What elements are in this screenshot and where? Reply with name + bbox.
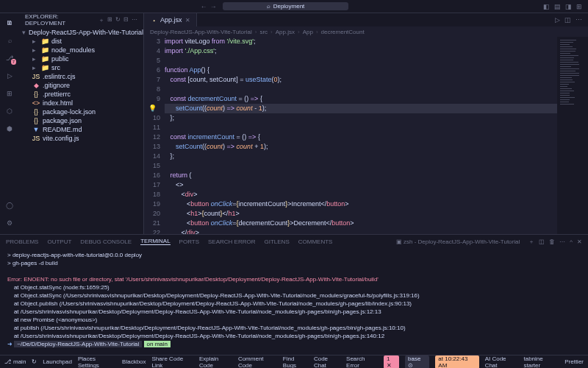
sb-blackbox[interactable]: Blackbox — [122, 355, 146, 369]
json-icon: {} — [32, 117, 40, 124]
breadcrumb[interactable]: Deploy-ReactJS-App-With-Vite-Tutorial›sr… — [144, 26, 588, 37]
folder-icon: 📁 — [41, 46, 49, 54]
debug-icon[interactable]: ▷ — [4, 71, 15, 81]
refresh-icon[interactable]: ↻ — [115, 16, 121, 24]
maximize-icon[interactable]: ^ — [570, 238, 573, 245]
breadcrumb-item[interactable]: App — [303, 29, 313, 35]
tree-item[interactable]: {}package.json — [22, 116, 140, 125]
command-center[interactable]: ⌕ Deployment — [223, 2, 349, 10]
tree-item[interactable]: {}.prettierrc — [22, 90, 140, 99]
search-placeholder: Deployment — [273, 3, 305, 10]
folder-icon: 📁 — [41, 64, 49, 71]
sb-find-bugs[interactable]: Find Bugs — [283, 355, 308, 369]
panel-tabs: PROBLEMSOUTPUTDEBUG CONSOLETERMINALPORTS… — [0, 235, 588, 248]
terminal[interactable]: > deploy-reactjs-app-with-vite-tutorial@… — [0, 248, 588, 355]
account-icon[interactable]: ◯ — [4, 200, 15, 210]
docker-icon[interactable]: ⬢ — [4, 124, 15, 134]
breadcrumb-item[interactable]: decrementCount — [321, 29, 365, 35]
tree-item[interactable]: JSvite.config.js — [22, 134, 140, 143]
sb-explain-code[interactable]: Explain Code — [199, 355, 232, 369]
layout-primary-icon[interactable]: ◧ — [543, 3, 550, 10]
sb-comment-code[interactable]: Comment Code — [238, 355, 277, 369]
tree-item[interactable]: {}package-lock.json — [22, 107, 140, 116]
close-icon[interactable]: ✕ — [185, 17, 190, 24]
tree-item[interactable]: ▸📁public — [22, 54, 140, 63]
sb-branch[interactable]: ⎇ main — [4, 358, 26, 365]
breadcrumb-item[interactable]: Deploy-ReactJS-App-With-Vite-Tutorial — [150, 29, 252, 35]
sb-errors[interactable]: 1 ✕ — [384, 355, 399, 369]
breadcrumb-item[interactable]: src — [259, 29, 268, 35]
tree-item[interactable]: <>index.html — [22, 99, 140, 107]
run-icon[interactable]: ▷ — [555, 16, 560, 24]
explorer-icon[interactable]: 🗎 — [4, 18, 15, 28]
split-icon[interactable]: ◫ — [564, 16, 571, 24]
more-icon[interactable]: ⋯ — [132, 16, 137, 24]
sb-places-settings[interactable]: Places Settings — [78, 355, 116, 369]
tree-root[interactable]: ▾ Deploy-ReactJS-App-With-Vite-Tutorial — [22, 28, 140, 37]
close-panel-icon[interactable]: ✕ — [577, 238, 582, 245]
search-icon[interactable]: ⌕ — [4, 35, 15, 46]
titlebar: ← → ⌕ Deployment ◧ ▤ ◨ ⊞ — [0, 0, 588, 13]
panel-tab-problems[interactable]: PROBLEMS — [6, 238, 38, 245]
json-icon: {} — [32, 108, 40, 116]
new-folder-icon[interactable]: ⊞ — [107, 16, 112, 24]
sb-search-error[interactable]: Search Error — [346, 355, 378, 369]
panel-tab-gitlens[interactable]: GITLENS — [264, 238, 289, 245]
sb-ai-code-chat[interactable]: AI Code Chat — [485, 355, 518, 369]
minimap[interactable] — [557, 37, 588, 234]
sidebar-title: EXPLORER: DEPLOYMENT — [25, 13, 98, 26]
tab-app-jsx[interactable]: ⬩ App.jsx ✕ — [144, 13, 197, 26]
scm-icon[interactable]: ⎇7 — [4, 53, 15, 63]
file-tree: ▾ Deploy-ReactJS-App-With-Vite-Tutorial … — [19, 26, 143, 144]
nav-back-icon[interactable]: ← — [201, 3, 207, 10]
split-terminal-icon[interactable]: ◫ — [539, 238, 545, 245]
json-icon: {} — [32, 91, 40, 98]
panel-tab-output[interactable]: OUTPUT — [47, 238, 71, 245]
search-icon: ⌕ — [267, 3, 270, 10]
layout-secondary-icon[interactable]: ◨ — [565, 3, 572, 10]
chevron-down-icon: ▾ — [22, 29, 26, 36]
breadcrumb-item[interactable]: App.jsx — [276, 29, 295, 35]
panel-tab-comments[interactable]: COMMENTS — [298, 238, 333, 245]
sb-time: at 10:22:43 AM — [435, 355, 478, 369]
sb-launchpad[interactable]: Launchpad — [43, 355, 72, 369]
sb-tabnine-starter[interactable]: tabnine starter — [523, 355, 559, 369]
sb-base[interactable]: base ⊙ — [405, 355, 429, 369]
sb-sync[interactable]: ↻ — [32, 358, 37, 365]
customize-layout-icon[interactable]: ⊞ — [576, 3, 582, 10]
new-file-icon[interactable]: ＋ — [98, 16, 104, 24]
collapse-icon[interactable]: ⊟ — [123, 16, 129, 24]
folder-icon: 📁 — [41, 38, 49, 45]
panel-tab-debug-console[interactable]: DEBUG CONSOLE — [80, 238, 132, 245]
editor-tabs: ⬩ App.jsx ✕ ▷ ◫ ⋯ — [144, 13, 588, 26]
tree-item[interactable]: JS.eslintrc.cjs — [22, 72, 140, 81]
panel-tab-terminal[interactable]: TERMINAL — [140, 238, 170, 245]
terminal-shell-label[interactable]: ▣ zsh - Deploy-ReactJS-App-With-Vite-Tut… — [392, 238, 525, 245]
remote-icon[interactable]: ⬡ — [4, 106, 15, 116]
panel-tab-search-error[interactable]: SEARCH ERROR — [208, 238, 255, 245]
nav-fwd-icon[interactable]: → — [210, 3, 217, 10]
settings-icon[interactable]: ⚙ — [4, 218, 15, 228]
sb-prettier[interactable]: Prettier — [564, 355, 584, 369]
panel: PROBLEMSOUTPUTDEBUG CONSOLETERMINALPORTS… — [0, 234, 588, 355]
layout-panel-icon[interactable]: ▤ — [554, 3, 561, 10]
sidebar: EXPLORER: DEPLOYMENT ＋ ⊞ ↻ ⊟ ⋯ ▾ Deploy-… — [19, 13, 144, 234]
tree-item[interactable]: ▸📁dist — [22, 37, 140, 46]
tree-item[interactable]: ▸📁src — [22, 63, 140, 72]
statusbar: ⎇ main ↻ LaunchpadPlaces SettingsBlackbo… — [0, 355, 588, 368]
extensions-icon[interactable]: ⊞ — [4, 88, 15, 99]
gutter: 3456789💡101112131415161718192021222324 — [144, 37, 165, 234]
sb-share-code-link[interactable]: Share Code Link — [152, 355, 193, 369]
js-icon: JS — [32, 73, 40, 80]
sb-code-chat[interactable]: Code Chat — [314, 355, 340, 369]
tree-item[interactable]: ▸📁node_modules — [22, 46, 140, 54]
code-editor[interactable]: import viteLogo from '/vite.svg';import … — [165, 37, 557, 234]
tree-item[interactable]: ▼README.md — [22, 125, 140, 134]
more-icon[interactable]: ⋯ — [559, 238, 565, 245]
panel-tab-ports[interactable]: PORTS — [179, 238, 199, 245]
trash-icon[interactable]: 🗑 — [549, 238, 555, 245]
add-terminal-icon[interactable]: ＋ — [528, 238, 534, 246]
tree-item[interactable]: ◆.gitignore — [22, 81, 140, 90]
md-icon: ▼ — [32, 126, 40, 133]
more-icon[interactable]: ⋯ — [576, 16, 582, 24]
